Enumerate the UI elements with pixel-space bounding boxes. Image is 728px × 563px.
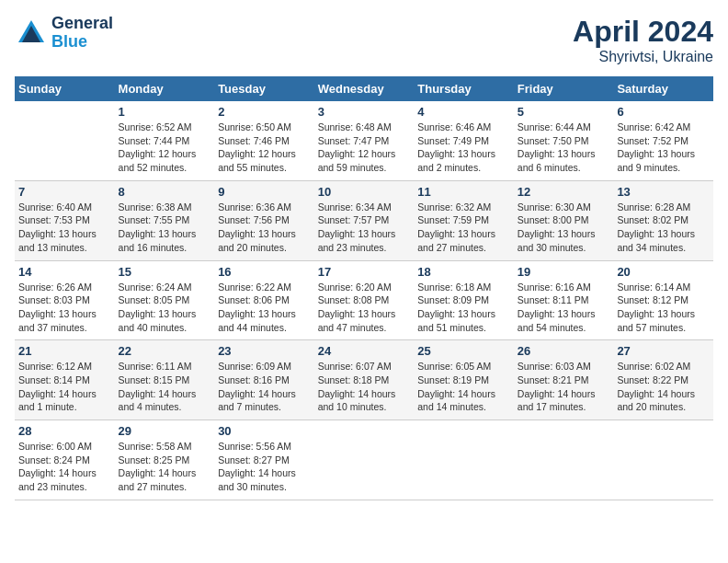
- day-info: Sunrise: 6:34 AMSunset: 7:57 PMDaylight:…: [318, 201, 411, 255]
- calendar-week-row: 14Sunrise: 6:26 AMSunset: 8:03 PMDayligh…: [15, 260, 713, 340]
- day-number: 20: [617, 265, 710, 279]
- calendar-cell: 25Sunrise: 6:05 AMSunset: 8:19 PMDayligh…: [414, 340, 514, 420]
- day-number: 5: [518, 105, 610, 119]
- sunrise-text: Sunrise: 6:44 AM: [518, 121, 610, 134]
- day-info: Sunrise: 6:40 AMSunset: 7:53 PMDaylight:…: [18, 201, 111, 255]
- day-number: 26: [518, 344, 610, 358]
- day-info: Sunrise: 6:24 AMSunset: 8:05 PMDaylight:…: [119, 281, 211, 335]
- sunset-text: Sunset: 8:19 PM: [417, 373, 510, 387]
- day-number: 9: [218, 185, 311, 199]
- day-info: Sunrise: 6:07 AMSunset: 8:18 PMDaylight:…: [318, 360, 411, 414]
- calendar-cell: 26Sunrise: 6:03 AMSunset: 8:21 PMDayligh…: [514, 340, 614, 420]
- sunrise-text: Sunrise: 6:46 AM: [417, 121, 510, 134]
- day-info: Sunrise: 6:12 AMSunset: 8:14 PMDaylight:…: [18, 360, 111, 414]
- daylight-text: Daylight: 13 hours and 30 minutes.: [518, 227, 610, 254]
- calendar-cell: 22Sunrise: 6:11 AMSunset: 8:15 PMDayligh…: [115, 340, 215, 420]
- sunrise-text: Sunrise: 5:56 AM: [218, 440, 311, 454]
- calendar-cell: 8Sunrise: 6:38 AMSunset: 7:55 PMDaylight…: [115, 180, 215, 260]
- calendar-cell: [514, 420, 614, 500]
- calendar-cell: 6Sunrise: 6:42 AMSunset: 7:52 PMDaylight…: [613, 101, 713, 180]
- calendar-cell: 15Sunrise: 6:24 AMSunset: 8:05 PMDayligh…: [115, 260, 215, 340]
- sunset-text: Sunset: 7:57 PM: [318, 213, 411, 227]
- calendar-cell: [15, 101, 115, 180]
- day-number: 1: [119, 105, 211, 119]
- day-number: 23: [218, 344, 311, 358]
- calendar-cell: 21Sunrise: 6:12 AMSunset: 8:14 PMDayligh…: [15, 340, 115, 420]
- daylight-text: Daylight: 13 hours and 44 minutes.: [218, 307, 311, 334]
- daylight-text: Daylight: 13 hours and 51 minutes.: [417, 307, 510, 334]
- daylight-text: Daylight: 14 hours and 10 minutes.: [318, 387, 411, 414]
- sunrise-text: Sunrise: 6:12 AM: [18, 360, 111, 373]
- daylight-text: Daylight: 13 hours and 40 minutes.: [119, 307, 211, 334]
- header-day-sunday: Sunday: [15, 76, 115, 101]
- daylight-text: Daylight: 14 hours and 7 minutes.: [218, 387, 311, 414]
- sunrise-text: Sunrise: 6:07 AM: [318, 360, 411, 373]
- calendar-table: SundayMondayTuesdayWednesdayThursdayFrid…: [15, 76, 713, 500]
- calendar-cell: [414, 420, 514, 500]
- day-number: 30: [218, 424, 311, 438]
- daylight-text: Daylight: 14 hours and 23 minutes.: [18, 466, 111, 493]
- logo-icon: [15, 17, 48, 50]
- day-number: 4: [417, 105, 510, 119]
- daylight-text: Daylight: 14 hours and 1 minute.: [18, 387, 111, 414]
- day-number: 22: [119, 344, 211, 358]
- calendar-cell: 3Sunrise: 6:48 AMSunset: 7:47 PMDaylight…: [314, 101, 415, 180]
- header-day-friday: Friday: [514, 76, 614, 101]
- day-number: 13: [617, 185, 710, 199]
- calendar-cell: [613, 420, 713, 500]
- calendar-cell: 28Sunrise: 6:00 AMSunset: 8:24 PMDayligh…: [15, 420, 115, 500]
- sunset-text: Sunset: 8:15 PM: [119, 373, 211, 387]
- sunrise-text: Sunrise: 6:38 AM: [119, 201, 211, 214]
- calendar-cell: 19Sunrise: 6:16 AMSunset: 8:11 PMDayligh…: [514, 260, 614, 340]
- day-number: 27: [617, 344, 710, 358]
- day-info: Sunrise: 6:42 AMSunset: 7:52 PMDaylight:…: [617, 121, 710, 175]
- sunset-text: Sunset: 8:03 PM: [18, 293, 111, 307]
- day-number: 24: [318, 344, 411, 358]
- page-subtitle: Shyrivtsi, Ukraine: [573, 49, 713, 65]
- sunrise-text: Sunrise: 6:09 AM: [218, 360, 311, 373]
- calendar-cell: 7Sunrise: 6:40 AMSunset: 7:53 PMDaylight…: [15, 180, 115, 260]
- sunrise-text: Sunrise: 6:52 AM: [119, 121, 211, 134]
- calendar-cell: 23Sunrise: 6:09 AMSunset: 8:16 PMDayligh…: [214, 340, 314, 420]
- sunset-text: Sunset: 8:25 PM: [119, 454, 211, 467]
- sunset-text: Sunset: 8:06 PM: [218, 293, 311, 307]
- calendar-cell: 13Sunrise: 6:28 AMSunset: 8:02 PMDayligh…: [613, 180, 713, 260]
- daylight-text: Daylight: 14 hours and 30 minutes.: [218, 466, 311, 493]
- calendar-week-row: 28Sunrise: 6:00 AMSunset: 8:24 PMDayligh…: [15, 420, 713, 500]
- day-info: Sunrise: 5:56 AMSunset: 8:27 PMDaylight:…: [218, 440, 311, 494]
- sunrise-text: Sunrise: 5:58 AM: [119, 440, 211, 454]
- sunrise-text: Sunrise: 6:32 AM: [417, 201, 510, 214]
- day-info: Sunrise: 6:50 AMSunset: 7:46 PMDaylight:…: [218, 121, 311, 175]
- day-number: 8: [119, 185, 211, 199]
- sunset-text: Sunset: 7:47 PM: [318, 134, 411, 148]
- sunrise-text: Sunrise: 6:02 AM: [617, 360, 710, 373]
- sunset-text: Sunset: 8:00 PM: [518, 213, 610, 227]
- sunset-text: Sunset: 8:11 PM: [518, 293, 610, 307]
- day-number: 7: [18, 185, 111, 199]
- sunrise-text: Sunrise: 6:11 AM: [119, 360, 211, 373]
- day-number: 11: [417, 185, 510, 199]
- daylight-text: Daylight: 14 hours and 4 minutes.: [119, 387, 211, 414]
- daylight-text: Daylight: 13 hours and 9 minutes.: [617, 147, 710, 174]
- daylight-text: Daylight: 13 hours and 57 minutes.: [617, 307, 710, 334]
- day-info: Sunrise: 6:09 AMSunset: 8:16 PMDaylight:…: [218, 360, 311, 414]
- daylight-text: Daylight: 12 hours and 55 minutes.: [218, 147, 311, 174]
- calendar-cell: 1Sunrise: 6:52 AMSunset: 7:44 PMDaylight…: [115, 101, 215, 180]
- calendar-cell: 2Sunrise: 6:50 AMSunset: 7:46 PMDaylight…: [214, 101, 314, 180]
- day-info: Sunrise: 6:28 AMSunset: 8:02 PMDaylight:…: [617, 201, 710, 255]
- daylight-text: Daylight: 13 hours and 37 minutes.: [18, 307, 111, 334]
- calendar-week-row: 1Sunrise: 6:52 AMSunset: 7:44 PMDaylight…: [15, 101, 713, 180]
- day-number: 25: [417, 344, 510, 358]
- calendar-cell: 27Sunrise: 6:02 AMSunset: 8:22 PMDayligh…: [613, 340, 713, 420]
- sunset-text: Sunset: 7:55 PM: [119, 213, 211, 227]
- daylight-text: Daylight: 13 hours and 16 minutes.: [119, 227, 211, 254]
- day-number: 29: [119, 424, 211, 438]
- sunrise-text: Sunrise: 6:26 AM: [18, 281, 111, 294]
- day-number: 21: [18, 344, 111, 358]
- day-number: 19: [518, 265, 610, 279]
- header-day-monday: Monday: [115, 76, 215, 101]
- sunset-text: Sunset: 7:49 PM: [417, 134, 510, 148]
- header-day-thursday: Thursday: [414, 76, 514, 101]
- sunrise-text: Sunrise: 6:48 AM: [318, 121, 411, 134]
- sunset-text: Sunset: 7:44 PM: [119, 134, 211, 148]
